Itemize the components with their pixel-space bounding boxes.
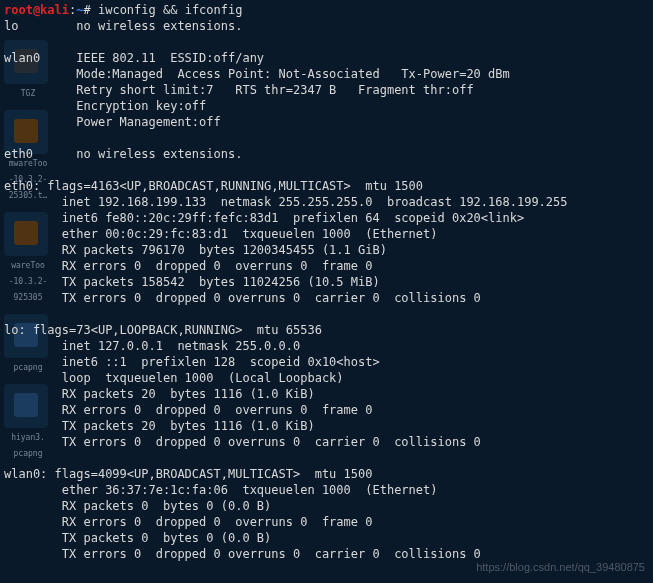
ifconfig-eth0-line: RX packets 796170 bytes 1200345455 (1.1 …: [4, 243, 387, 257]
ifconfig-eth0-line: eth0: flags=4163<UP,BROADCAST,RUNNING,MU…: [4, 179, 423, 193]
command-text: iwconfig && ifconfig: [98, 3, 243, 17]
ifconfig-wlan0-line: RX errors 0 dropped 0 overruns 0 frame 0: [4, 515, 372, 529]
ifconfig-eth0-line: TX packets 158542 bytes 11024256 (10.5 M…: [4, 275, 380, 289]
prompt-hash: #: [84, 3, 91, 17]
ifconfig-wlan0-line: ether 36:37:7e:1c:fa:06 txqueuelen 1000 …: [4, 483, 437, 497]
ifconfig-lo-line: inet6 ::1 prefixlen 128 scopeid 0x10<hos…: [4, 355, 380, 369]
ifconfig-lo-line: TX errors 0 dropped 0 overruns 0 carrier…: [4, 435, 481, 449]
terminal[interactable]: root@kali:~# iwconfig && ifconfig lo no …: [0, 0, 653, 564]
ifconfig-eth0-line: inet 192.168.199.133 netmask 255.255.255…: [4, 195, 568, 209]
prompt-user: root@kali: [4, 3, 69, 17]
ifconfig-wlan0-line: wlan0: flags=4099<UP,BROADCAST,MULTICAST…: [4, 467, 372, 481]
ifconfig-wlan0-line: TX errors 0 dropped 0 overruns 0 carrier…: [4, 547, 481, 561]
iwconfig-wlan0-line: Encryption key:off: [4, 99, 206, 113]
iwconfig-wlan0-line: Power Management:off: [4, 115, 221, 129]
ifconfig-lo-line: lo: flags=73<UP,LOOPBACK,RUNNING> mtu 65…: [4, 323, 322, 337]
iwconfig-lo: lo no wireless extensions.: [4, 19, 242, 33]
iwconfig-eth0: eth0 no wireless extensions.: [4, 147, 242, 161]
ifconfig-eth0-line: TX errors 0 dropped 0 overruns 0 carrier…: [4, 291, 481, 305]
watermark: https://blog.csdn.net/qq_39480875: [476, 559, 645, 575]
ifconfig-lo-line: inet 127.0.0.1 netmask 255.0.0.0: [4, 339, 300, 353]
ifconfig-wlan0-line: RX packets 0 bytes 0 (0.0 B): [4, 499, 271, 513]
ifconfig-eth0-line: inet6 fe80::20c:29ff:fefc:83d1 prefixlen…: [4, 211, 524, 225]
ifconfig-eth0-line: ether 00:0c:29:fc:83:d1 txqueuelen 1000 …: [4, 227, 437, 241]
ifconfig-lo-line: RX packets 20 bytes 1116 (1.0 KiB): [4, 387, 315, 401]
ifconfig-lo-line: RX errors 0 dropped 0 overruns 0 frame 0: [4, 403, 372, 417]
iwconfig-wlan0-line: wlan0 IEEE 802.11 ESSID:off/any: [4, 51, 264, 65]
ifconfig-wlan0-line: TX packets 0 bytes 0 (0.0 B): [4, 531, 271, 545]
prompt-path: ~: [76, 3, 83, 17]
iwconfig-wlan0-line: Mode:Managed Access Point: Not-Associate…: [4, 67, 510, 81]
ifconfig-lo-line: TX packets 20 bytes 1116 (1.0 KiB): [4, 419, 315, 433]
ifconfig-eth0-line: RX errors 0 dropped 0 overruns 0 frame 0: [4, 259, 372, 273]
iwconfig-wlan0-line: Retry short limit:7 RTS thr=2347 B Fragm…: [4, 83, 474, 97]
ifconfig-lo-line: loop txqueuelen 1000 (Local Loopback): [4, 371, 344, 385]
